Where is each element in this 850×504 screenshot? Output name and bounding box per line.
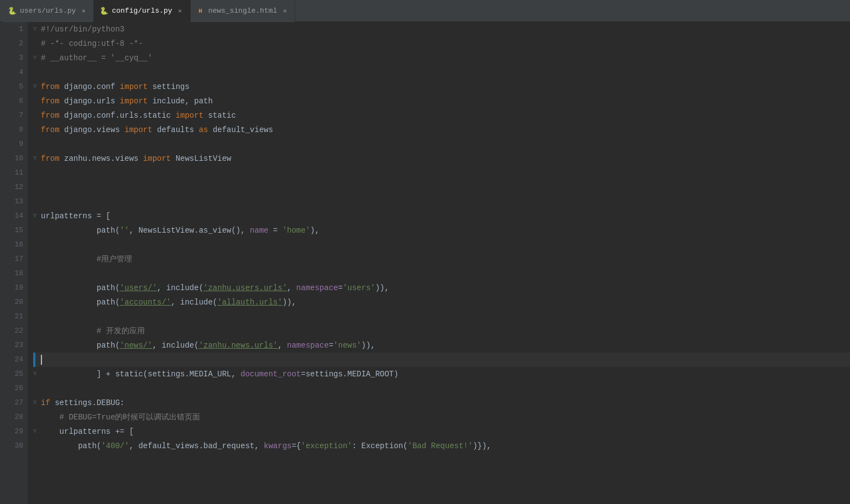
code-area[interactable]: ▽#!/usr/bin/python3 # -*- coding:utf-8 -… [28, 22, 850, 504]
code-line-7: from django.conf.urls.static import stat… [33, 108, 850, 123]
fold-icon-3[interactable]: ▽ [33, 51, 40, 65]
code-line-17: #用户管理 [33, 252, 850, 266]
tab-label-news: news_single.html [208, 7, 277, 15]
tab-users-urls[interactable]: 🐍 users/urls.py ✕ [2, 0, 94, 22]
fold-icon-25[interactable]: ▽ [33, 367, 40, 381]
code-line-18 [33, 266, 850, 281]
code-line-21 [33, 309, 850, 324]
fold-icon-1[interactable]: ▽ [33, 22, 40, 36]
fold-icon-5[interactable]: ▽ [33, 80, 40, 94]
code-line-5: ▽from django.conf import settings [33, 80, 850, 94]
editor-area: 1 2 3 4 5 6 7 8 9 10 11 12 13 14 15 16 1… [0, 22, 850, 504]
code-line-14: ▽urlpatterns = [ [33, 209, 850, 223]
tab-close-news[interactable]: ✕ [280, 7, 289, 15]
code-line-30: path('400/', default_views.bad_request, … [33, 439, 850, 453]
code-line-26 [33, 381, 850, 396]
fold-icon-10[interactable]: ▽ [33, 151, 40, 166]
code-line-24 [33, 353, 850, 367]
code-line-9 [33, 137, 850, 151]
code-line-19: path('users/', include('zanhu.users.urls… [33, 281, 850, 295]
fold-icon-27[interactable]: ▽ [33, 396, 40, 410]
tab-close-users[interactable]: ✕ [79, 7, 88, 15]
code-line-12 [33, 180, 850, 195]
code-line-15: path('', NewsListView.as_view(), name = … [33, 223, 850, 238]
code-line-20: path('accounts/', include('allauth.urls'… [33, 295, 850, 309]
line-numbers-gutter: 1 2 3 4 5 6 7 8 9 10 11 12 13 14 15 16 1… [0, 22, 28, 504]
code-line-28: # DEBUG=True的时候可以调试出错页面 [33, 410, 850, 424]
tab-bar: 🐍 users/urls.py ✕ 🐍 config/urls.py ✕ H n… [0, 0, 850, 22]
py-icon: 🐍 [8, 7, 17, 15]
tab-label-users: users/urls.py [20, 7, 76, 15]
code-line-16 [33, 238, 850, 252]
code-line-1: ▽#!/usr/bin/python3 [33, 22, 850, 36]
fold-icon-29[interactable]: ▽ [33, 424, 40, 439]
fold-icon-14[interactable]: ▽ [33, 209, 40, 223]
code-line-23: path('news/', include('zanhu.news.urls',… [33, 338, 850, 353]
code-line-22: # 开发的应用 [33, 324, 850, 338]
code-line-11 [33, 166, 850, 180]
code-line-2: # -*- coding:utf-8 -*- [33, 36, 850, 51]
py-icon-config: 🐍 [99, 7, 108, 15]
code-line-25: ▽ ] + static(settings.MEDIA_URL, documen… [33, 367, 850, 381]
code-line-13 [33, 195, 850, 209]
code-line-27: ▽if settings.DEBUG: [33, 396, 850, 410]
code-line-8: from django.views import defaults as def… [33, 123, 850, 137]
tab-config-urls[interactable]: 🐍 config/urls.py ✕ [94, 0, 190, 22]
code-line-3: ▽# __author__ = '__cyq__' [33, 51, 850, 65]
tab-news-single[interactable]: H news_single.html ✕ [191, 0, 296, 22]
tab-label-config: config/urls.py [112, 7, 172, 15]
code-line-29: ▽ urlpatterns += [ [33, 424, 850, 439]
tab-close-config[interactable]: ✕ [176, 7, 185, 15]
code-line-6: from django.urls import include, path [33, 94, 850, 108]
html-icon: H [196, 7, 205, 15]
code-line-10: ▽from zanhu.news.views import NewsListVi… [33, 151, 850, 166]
code-line-4 [33, 65, 850, 80]
